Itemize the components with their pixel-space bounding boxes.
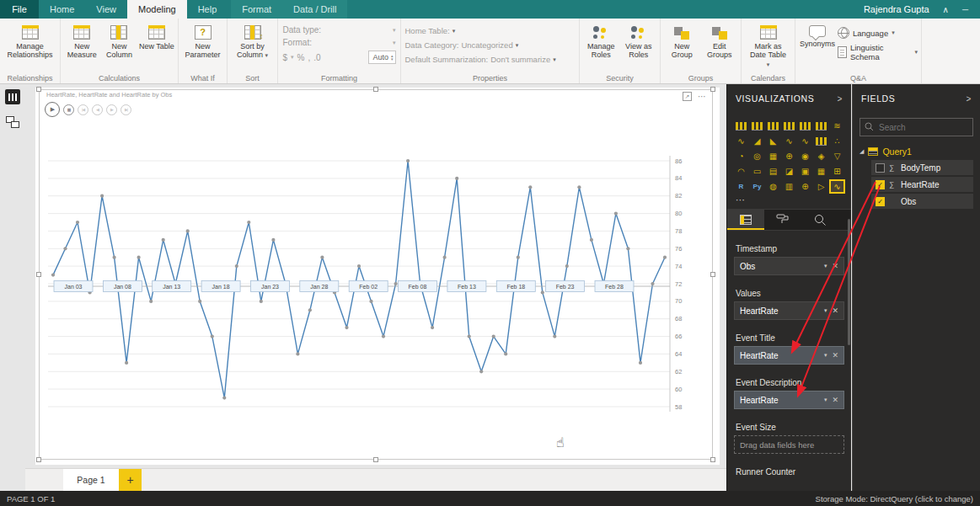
viz-icon-r-script-visual[interactable]: R xyxy=(734,180,748,193)
well-timestamp-pill[interactable]: Obs▾✕ xyxy=(734,257,844,275)
format-dropdown[interactable]: Format:▾ xyxy=(283,38,396,47)
viz-icon-ribbon-chart[interactable]: ≋ xyxy=(830,120,844,132)
viz-icon-100-stacked-column-chart[interactable] xyxy=(814,120,828,132)
viz-icon-scatter-chart[interactable]: ∴ xyxy=(830,135,844,147)
ribbon-tab-home[interactable]: Home xyxy=(39,0,85,19)
viz-icon-table[interactable]: ▦ xyxy=(814,165,828,178)
visual-more-options-icon[interactable]: ⋯ xyxy=(698,92,707,101)
viz-icon-line-and-stacked-column-chart[interactable]: ∿ xyxy=(782,135,796,147)
viz-icon-arcgis-map[interactable]: ⊕ xyxy=(798,180,812,193)
new-table-button[interactable]: New Table xyxy=(139,23,174,72)
viz-icon-waterfall-chart[interactable] xyxy=(814,135,828,147)
dropdown-caret-icon[interactable]: ▾ xyxy=(824,307,827,314)
field-item-BodyTemp[interactable]: ∑BodyTemp xyxy=(871,160,973,175)
well-event-size-dropzone[interactable]: Drag data fields here xyxy=(734,435,844,454)
viz-icon-funnel[interactable]: ▽ xyxy=(830,150,844,162)
linguistic-schema-dropdown[interactable]: Linguistic Schema▾ xyxy=(838,43,918,61)
field-item-Obs[interactable]: ✓Obs xyxy=(871,194,973,209)
skip-to-start-button[interactable]: |◀ xyxy=(78,104,88,115)
data-type-dropdown[interactable]: Data type:▾ xyxy=(283,25,396,35)
collapse-table-icon[interactable]: ◢ xyxy=(860,148,864,155)
add-page-button[interactable]: + xyxy=(119,469,142,491)
viz-icon-treemap[interactable]: ▦ xyxy=(766,150,780,162)
storage-mode-indicator[interactable]: Storage Mode: DirectQuery (click to chan… xyxy=(816,494,980,503)
page-tab-page1[interactable]: Page 1 xyxy=(63,469,119,491)
step-forward-button[interactable]: ▶ xyxy=(106,104,117,115)
view-as-roles-button[interactable]: View as Roles xyxy=(621,23,657,72)
pause-button[interactable]: ▮▮ xyxy=(63,104,74,115)
viz-icon-key-influencers[interactable]: ◍ xyxy=(766,180,780,193)
collapse-visualizations-panel-icon[interactable]: > xyxy=(838,94,843,104)
file-menu-button[interactable]: File xyxy=(0,0,39,19)
viz-icon-line-and-clustered-column-chart[interactable]: ∿ xyxy=(798,135,812,147)
ribbon-tab-view[interactable]: View xyxy=(85,0,127,19)
focus-mode-icon[interactable]: ↗ xyxy=(683,92,692,101)
viz-icon-python-visual[interactable]: Py xyxy=(750,180,764,193)
default-summarization-dropdown[interactable]: Default Summarization: Don't summarize ▾ xyxy=(405,55,576,64)
resize-handle-n[interactable] xyxy=(373,87,378,92)
new-group-button[interactable]: New Group xyxy=(664,23,700,72)
sort-by-column-button[interactable]: ↕ Sort by Column ▾ xyxy=(233,23,272,72)
viz-icon-stacked-area-chart[interactable]: ◣ xyxy=(766,135,780,147)
viz-icon-line-chart[interactable]: ∿ xyxy=(734,135,748,147)
resize-handle-s[interactable] xyxy=(373,457,378,462)
viz-icon-stacked-column-chart[interactable] xyxy=(750,120,764,132)
chevron-up-icon[interactable]: ∧ xyxy=(943,5,949,14)
viz-icon-pulse-chart[interactable]: ∿ xyxy=(830,180,844,193)
resize-handle-se[interactable] xyxy=(710,457,715,462)
viz-icon-stacked-bar-chart[interactable] xyxy=(734,120,748,132)
remove-field-icon[interactable]: ✕ xyxy=(832,262,838,270)
viz-icon-map[interactable]: ⊕ xyxy=(782,150,796,162)
viz-icon-clustered-bar-chart[interactable] xyxy=(766,120,780,132)
field-checkbox-BodyTemp[interactable] xyxy=(876,163,885,173)
resize-handle-nw[interactable] xyxy=(36,87,41,92)
more-visuals-ellipsis[interactable]: ⋯ xyxy=(727,193,851,205)
dropdown-caret-icon[interactable]: ▾ xyxy=(824,397,827,403)
analytics-tab[interactable] xyxy=(801,210,838,230)
resize-handle-w[interactable] xyxy=(36,272,41,277)
resize-handle-e[interactable] xyxy=(710,272,715,277)
signed-in-user[interactable]: Rajendra Gupta xyxy=(864,4,929,14)
new-measure-button[interactable]: New Measure xyxy=(64,23,99,72)
decimal-places-button[interactable]: .0 xyxy=(313,53,320,62)
search-input[interactable] xyxy=(860,118,973,136)
decimal-auto-spinner[interactable]: Auto ▴▾ xyxy=(368,51,395,64)
viz-icon-clustered-column-chart[interactable] xyxy=(782,120,796,132)
manage-relationships-button[interactable]: Manage Relationships xyxy=(11,23,50,72)
contextual-tab-format[interactable]: Format xyxy=(231,0,282,19)
report-page[interactable]: HeartRate, HeartRate and HeartRate by Ob… xyxy=(35,88,720,465)
viz-icon-donut-chart[interactable]: ◎ xyxy=(750,150,764,162)
remove-field-icon[interactable]: ✕ xyxy=(832,351,838,360)
mark-as-date-table-button[interactable]: Mark as Date Table ▾ xyxy=(749,23,788,72)
ribbon-tab-modeling[interactable]: Modeling xyxy=(127,0,187,19)
well-values-pill[interactable]: HeartRate▾✕ xyxy=(734,301,844,320)
skip-to-end-button[interactable]: ▶| xyxy=(120,104,131,115)
viz-icon-paginated-report[interactable]: ▥ xyxy=(782,180,796,193)
viz-icon-slicer[interactable]: ▣ xyxy=(798,165,812,178)
remove-field-icon[interactable]: ✕ xyxy=(832,396,838,404)
step-back-button[interactable]: ◀ xyxy=(92,104,103,115)
viz-icon-multi-row-card[interactable]: ▤ xyxy=(766,165,780,178)
field-checkbox-HeartRate[interactable]: ✓ xyxy=(876,180,885,189)
data-category-dropdown[interactable]: Data Category: Uncategorized ▾ xyxy=(405,40,576,50)
well-event-description-pill[interactable]: HeartRate▾✕ xyxy=(734,391,844,409)
format-tab[interactable] xyxy=(764,210,801,230)
well-event-title-pill[interactable]: HeartRate▾✕ xyxy=(734,346,844,365)
viz-icon-card[interactable]: ▭ xyxy=(750,165,764,178)
currency-format-button[interactable]: $ xyxy=(283,53,288,62)
field-checkbox-Obs[interactable]: ✓ xyxy=(876,197,885,206)
manage-roles-button[interactable]: Manage Roles xyxy=(583,23,619,72)
model-view-button[interactable] xyxy=(0,109,25,135)
spinner-down-icon[interactable]: ▾ xyxy=(391,57,394,61)
home-table-dropdown[interactable]: Home Table:▾ xyxy=(405,26,576,35)
resize-handle-sw[interactable] xyxy=(36,457,41,462)
play-button[interactable]: ▶ xyxy=(45,102,60,117)
viz-icon-matrix[interactable]: ⊞ xyxy=(830,165,844,178)
new-column-button[interactable]: New Column xyxy=(101,23,137,72)
new-parameter-button[interactable]: ? New Parameter xyxy=(184,23,222,72)
viz-icon-power-automate[interactable]: ▷ xyxy=(814,180,828,193)
viz-icon-shape-map[interactable]: ◈ xyxy=(814,150,828,162)
viz-icon-filled-map[interactable]: ◉ xyxy=(798,150,812,162)
report-view-button[interactable] xyxy=(0,84,25,109)
percent-format-button[interactable]: % xyxy=(297,53,305,62)
